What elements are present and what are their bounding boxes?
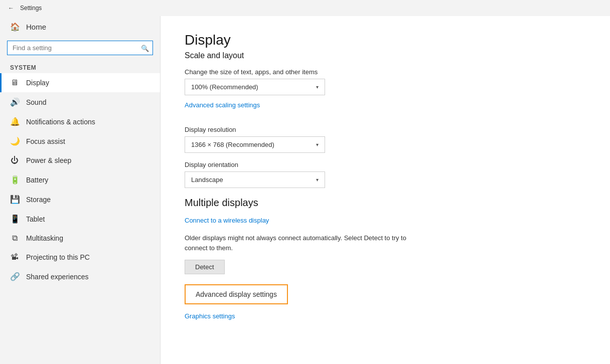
multiple-displays-heading: Multiple displays [185,197,586,209]
sidebar-item-label: Focus assist [26,137,65,145]
back-icon: ← [8,5,14,12]
sidebar-item-projecting[interactable]: 📽 Projecting to this PC [0,248,160,267]
sidebar-item-label: Storage [26,196,51,204]
advanced-display-settings-link[interactable]: Advanced display settings [185,284,288,304]
orientation-value: Landscape [191,176,223,184]
resolution-label: Display resolution [185,126,586,133]
sidebar-item-label: Notifications & actions [26,118,95,126]
main-content: Display Scale and layout Change the size… [161,16,610,364]
scale-dropdown[interactable]: 100% (Recommended) ▾ [185,79,325,95]
graphics-settings-link[interactable]: Graphics settings [185,312,235,320]
sidebar-item-sound[interactable]: 🔊 Sound [0,92,160,112]
notifications-icon: 🔔 [10,117,19,126]
scale-value: 100% (Recommended) [191,83,258,91]
display-icon: 🖥 [10,78,19,87]
sidebar-item-label: Sound [26,98,46,106]
sidebar-item-home[interactable]: 🏠 Home [0,16,160,38]
resolution-dropdown-arrow: ▾ [316,142,319,147]
sidebar-home-label: Home [26,23,46,31]
sidebar-item-label: Projecting to this PC [26,253,90,261]
sidebar-item-label: Display [26,79,49,87]
sidebar-item-label: Tablet [26,215,45,223]
scale-dropdown-arrow: ▾ [316,84,319,90]
scale-label: Change the size of text, apps, and other… [185,68,586,76]
search-input[interactable] [7,41,153,55]
sidebar-item-tablet[interactable]: 📱 Tablet [0,209,160,229]
titlebar-title: Settings [20,5,42,12]
detect-button[interactable]: Detect [185,260,225,274]
page-title: Display [185,32,586,48]
connect-wireless-link[interactable]: Connect to a wireless display [185,217,269,224]
orientation-dropdown[interactable]: Landscape ▾ [185,171,325,188]
older-displays-info: Older displays might not always connect … [185,233,410,253]
sidebar-item-label: Shared experiences [26,273,89,281]
tablet-icon: 📱 [10,214,19,224]
sidebar-item-notifications[interactable]: 🔔 Notifications & actions [0,112,160,131]
sidebar-item-label: Battery [26,176,48,184]
resolution-value: 1366 × 768 (Recommended) [191,141,274,148]
storage-icon: 💾 [10,195,19,204]
search-icon: 🔍 [141,44,149,52]
sidebar-item-power-sleep[interactable]: ⏻ Power & sleep [0,151,160,170]
sidebar: 🏠 Home 🔍 System 🖥 Display 🔊 Sound 🔔 Noti… [0,0,161,364]
sidebar-item-shared[interactable]: 🔗 Shared experiences [0,267,160,286]
sidebar-item-storage[interactable]: 💾 Storage [0,190,160,209]
sidebar-item-label: Power & sleep [26,156,71,164]
sidebar-item-display[interactable]: 🖥 Display [0,73,160,92]
sidebar-item-focus-assist[interactable]: 🌙 Focus assist [0,131,160,151]
sidebar-search-container: 🔍 [7,41,153,55]
battery-icon: 🔋 [10,175,19,185]
sound-icon: 🔊 [10,97,19,107]
focus-assist-icon: 🌙 [10,136,19,146]
sidebar-item-battery[interactable]: 🔋 Battery [0,170,160,190]
orientation-dropdown-arrow: ▾ [316,177,319,183]
titlebar: ← Settings [0,0,610,16]
resolution-dropdown[interactable]: 1366 × 768 (Recommended) ▾ [185,136,325,153]
multitasking-icon: ⧉ [10,234,19,243]
shared-icon: 🔗 [10,272,19,281]
home-icon: 🏠 [10,22,19,32]
sidebar-item-multitasking[interactable]: ⧉ Multitasking [0,229,160,248]
orientation-label: Display orientation [185,161,586,168]
power-sleep-icon: ⏻ [10,156,19,165]
projecting-icon: 📽 [10,253,19,262]
sidebar-item-label: Multitasking [26,234,63,242]
advanced-scaling-link[interactable]: Advanced scaling settings [185,101,260,109]
scale-section-heading: Scale and layout [185,51,586,60]
sidebar-section-label: System [0,60,160,73]
back-button[interactable]: ← [6,3,16,13]
